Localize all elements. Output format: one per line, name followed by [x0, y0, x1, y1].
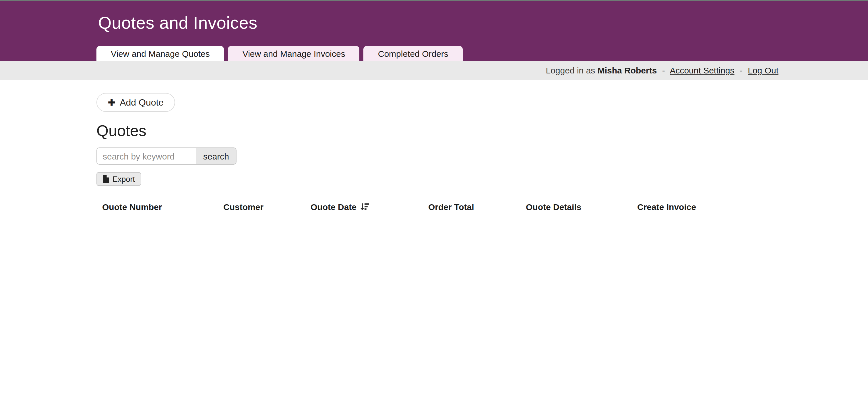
export-label: Export: [113, 175, 135, 183]
sort-descending-icon[interactable]: [360, 202, 369, 210]
section-title: Quotes: [96, 122, 771, 140]
add-quote-button[interactable]: ✚ Add Quote: [96, 93, 175, 112]
tab-view-manage-quotes[interactable]: View and Manage Quotes: [96, 46, 224, 61]
logged-in-bar: Logged in as Misha Roberts - Account Set…: [0, 61, 868, 80]
export-button[interactable]: Export: [96, 172, 141, 186]
search-button[interactable]: search: [196, 148, 236, 164]
tab-label: Completed Orders: [378, 49, 448, 59]
column-header-quote-details: Quote Details: [526, 202, 637, 210]
tab-completed-orders[interactable]: Completed Orders: [364, 46, 463, 61]
table-header-row: Quote Number Customer Quote Date: [96, 194, 771, 210]
column-header-order-total: Order Total: [428, 202, 526, 210]
main-content: ✚ Add Quote Quotes search Export Quote N…: [0, 80, 771, 210]
search-input[interactable]: [97, 148, 196, 164]
account-settings-link[interactable]: Account Settings: [670, 65, 734, 75]
page-title: Quotes and Invoices: [0, 1, 868, 33]
app-header: Quotes and Invoices View and Manage Quot…: [0, 1, 868, 61]
tab-strip: View and Manage Quotes View and Manage I…: [96, 46, 467, 61]
column-header-customer: Customer: [223, 202, 311, 210]
separator-dash: -: [662, 65, 665, 75]
plus-icon: ✚: [108, 98, 115, 107]
tab-label: View and Manage Invoices: [243, 49, 345, 59]
column-header-quote-date[interactable]: Quote Date: [311, 202, 428, 210]
quotes-table: Quote Number Customer Quote Date: [96, 194, 771, 210]
column-header-quote-number: Quote Number: [102, 202, 223, 210]
file-icon: [103, 175, 109, 183]
app-window: Quotes and Invoices View and Manage Quot…: [0, 0, 868, 210]
log-out-link[interactable]: Log Out: [748, 65, 778, 75]
separator-dash: -: [740, 65, 743, 75]
tab-label: View and Manage Quotes: [111, 49, 210, 59]
logged-in-prefix: Logged in as: [546, 65, 595, 75]
add-quote-label: Add Quote: [120, 97, 164, 107]
tab-view-manage-invoices[interactable]: View and Manage Invoices: [228, 46, 360, 61]
column-header-create-invoice: Create Invoice: [637, 202, 771, 210]
search-bar: search: [96, 148, 237, 165]
logged-in-username: Misha Roberts: [598, 65, 657, 75]
